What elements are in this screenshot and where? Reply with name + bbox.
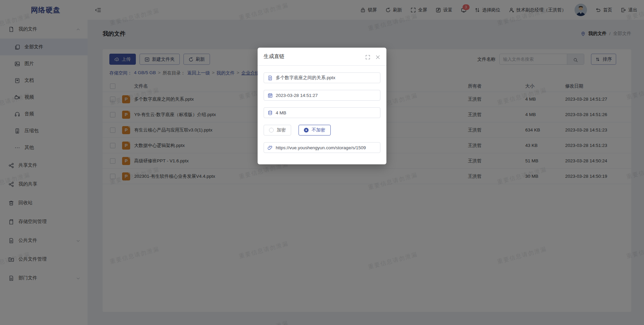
radio-unchecked-icon [269,128,274,132]
maximize-icon[interactable] [365,54,370,59]
calendar-icon [268,93,273,98]
encrypt-radio[interactable]: 加密 [264,125,291,136]
size-field: 4 MB [264,107,380,118]
radio-checked-icon [304,128,309,132]
modified-date-field: 2023-03-28 14:51:27 [264,90,380,101]
modal-title: 生成直链 [264,53,360,60]
paperclip-icon [268,145,273,150]
size-value: 4 MB [276,110,286,115]
database-icon [268,110,273,115]
modified-date-value: 2023-03-28 14:51:27 [276,93,318,98]
file-doc-icon [268,75,273,80]
no-encrypt-radio[interactable]: 不加密 [299,125,331,136]
direct-link-field[interactable]: https://vue.youshengyun.com/storage/s/15… [264,142,380,153]
close-icon[interactable] [375,54,380,59]
direct-link-value: https://vue.youshengyun.com/storage/s/15… [276,145,366,150]
modal-body: 多个数字底座之间的关系.pptx 2023-03-28 14:51:27 4 M… [258,66,386,157]
filename-value: 多个数字底座之间的关系.pptx [276,75,335,81]
modal-header: 生成直链 [258,48,386,66]
filename-field: 多个数字底座之间的关系.pptx [264,72,380,83]
encryption-options: 加密 不加密 [264,125,380,136]
generate-link-modal: 生成直链 多个数字底座之间的关系.pptx 2023-03-28 14:51:2… [258,48,386,164]
